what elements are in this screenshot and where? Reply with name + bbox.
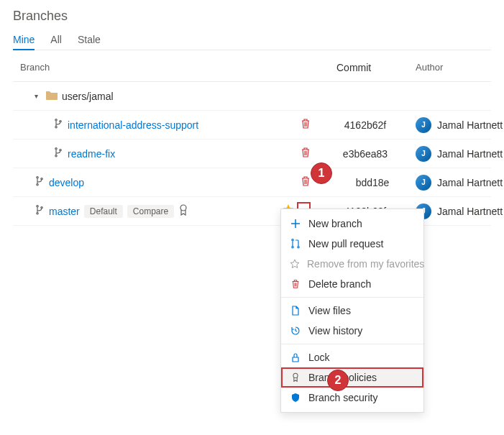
badge-default: Default bbox=[84, 205, 123, 218]
commit-hash[interactable]: e3b6ea83 bbox=[315, 148, 416, 160]
author-name: Jamal Hartnett bbox=[437, 148, 503, 160]
branch-icon bbox=[35, 176, 45, 188]
callout-1: 1 bbox=[311, 162, 332, 184]
trash-icon[interactable] bbox=[301, 118, 311, 132]
branch-name[interactable]: international-address-support bbox=[68, 119, 198, 131]
tabs: Mine All Stale bbox=[13, 34, 491, 50]
branch-name[interactable]: master bbox=[49, 206, 80, 217]
folder-name: users/jamal bbox=[62, 91, 114, 102]
table-row[interactable]: readme-fix e3b6ea83 J Jamal Hartnett bbox=[13, 139, 491, 168]
avatar: J bbox=[416, 117, 431, 133]
table-row[interactable]: international-address-support 4162b62f J… bbox=[13, 111, 491, 139]
commit-hash[interactable]: 4162b62f bbox=[315, 119, 416, 131]
table-header: Branch Commit Author bbox=[13, 53, 491, 82]
col-branch: Branch bbox=[13, 62, 286, 73]
table-row[interactable]: develop bdd18e J Jamal Hartnett bbox=[13, 168, 491, 197]
menu-new-branch[interactable]: New branch bbox=[281, 214, 423, 234]
branch-name[interactable]: develop bbox=[49, 177, 84, 188]
author-name: Jamal Hartnett bbox=[437, 177, 503, 188]
branches-page: Branches Mine All Stale Branch Commit Au… bbox=[0, 0, 504, 234]
badge-compare: Compare bbox=[127, 205, 174, 218]
author-name: Jamal Hartnett bbox=[437, 206, 503, 217]
menu-label: New branch bbox=[308, 218, 362, 229]
branch-icon bbox=[53, 147, 63, 160]
avatar: J bbox=[416, 175, 431, 191]
folder-icon bbox=[46, 90, 58, 102]
chevron-down-icon: ▾ bbox=[35, 92, 42, 100]
plus-icon bbox=[290, 219, 301, 229]
trash-icon[interactable] bbox=[301, 175, 311, 189]
branch-icon bbox=[53, 119, 63, 131]
folder-row[interactable]: ▾ users/jamal bbox=[13, 82, 491, 111]
ribbon-icon bbox=[178, 204, 188, 218]
menu-new-pull-request[interactable]: New pull request bbox=[281, 234, 423, 234]
svg-point-0 bbox=[180, 205, 186, 211]
tab-stale[interactable]: Stale bbox=[78, 34, 101, 45]
branch-icon bbox=[35, 205, 45, 217]
col-author: Author bbox=[416, 62, 504, 73]
author-name: Jamal Hartnett bbox=[437, 119, 503, 131]
trash-icon[interactable] bbox=[301, 147, 311, 160]
col-commit: Commit bbox=[315, 62, 416, 73]
tab-mine[interactable]: Mine bbox=[13, 34, 35, 45]
context-menu: New branch New pull request Remove from … bbox=[280, 209, 424, 234]
page-title: Branches bbox=[13, 9, 491, 24]
avatar: J bbox=[416, 146, 431, 162]
tab-all[interactable]: All bbox=[50, 34, 62, 45]
branch-name[interactable]: readme-fix bbox=[68, 148, 115, 160]
